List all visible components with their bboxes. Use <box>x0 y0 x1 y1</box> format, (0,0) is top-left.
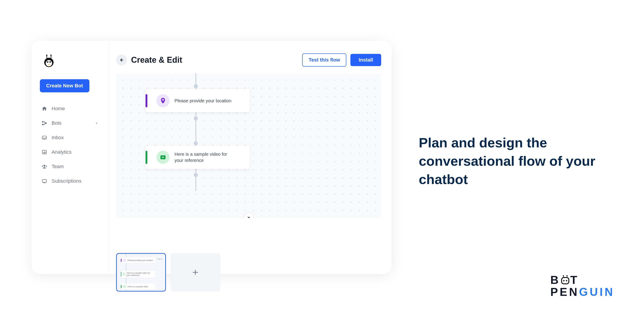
flow-node-location[interactable]: Please provide your location <box>146 89 250 112</box>
svg-rect-14 <box>44 152 45 153</box>
nav-item-analytics[interactable]: Analytics <box>40 145 104 159</box>
thumbnail-menu-icon[interactable]: ⋮ <box>157 256 162 262</box>
svg-point-17 <box>42 166 43 167</box>
flow-connector-dot <box>194 84 198 88</box>
main-panel: Create & Edit Test this flow Install Ple… <box>109 41 392 274</box>
node-label: Please provide your location <box>174 98 231 104</box>
svg-point-16 <box>44 165 45 166</box>
nav-item-team[interactable]: Team <box>40 159 104 174</box>
home-icon <box>41 106 48 112</box>
nav-list: Home Bots ▾ Inbox Analytics <box>40 102 104 188</box>
bots-icon <box>41 120 48 126</box>
location-pin-icon <box>156 94 170 107</box>
svg-rect-10 <box>45 122 47 124</box>
video-play-icon <box>156 151 170 164</box>
node-label: Here is a sample video for your referenc… <box>174 151 234 164</box>
subscriptions-icon <box>41 178 48 184</box>
nav-label: Subscriptions <box>52 178 82 184</box>
brand-line1-a: B <box>550 274 560 286</box>
brand-logo-icon <box>42 54 56 68</box>
nav-item-home[interactable]: Home <box>40 102 104 116</box>
svg-point-3 <box>50 54 52 56</box>
svg-rect-26 <box>562 278 569 284</box>
flow-connector-dot <box>194 173 198 177</box>
nav-item-subscriptions[interactable]: Subscriptions <box>40 174 104 188</box>
flow-thumbnail[interactable]: ⋮ Please provide your location Here is a… <box>116 253 166 292</box>
brand-line2-a: PEN <box>550 286 579 298</box>
test-flow-button[interactable]: Test this flow <box>302 54 346 66</box>
svg-point-5 <box>46 60 52 66</box>
svg-point-25 <box>566 275 568 276</box>
svg-rect-15 <box>45 152 46 153</box>
chevron-down-icon: ▾ <box>96 121 97 125</box>
inbox-icon <box>41 134 48 141</box>
brand-line1-b: T <box>570 274 579 286</box>
svg-point-7 <box>49 61 51 63</box>
sidebar: Create New Bot Home Bots ▾ Inbox <box>32 41 109 274</box>
nav-label: Team <box>52 164 64 170</box>
svg-rect-9 <box>42 124 44 125</box>
flow-connector-dot <box>194 141 198 145</box>
mini-node-label: Please provide your location <box>128 259 153 262</box>
flow-node-video[interactable]: Here is a sample video for your referenc… <box>146 146 250 169</box>
svg-point-20 <box>162 99 164 101</box>
svg-point-18 <box>46 166 47 167</box>
svg-point-2 <box>46 54 48 56</box>
botpenguin-wordmark: B T PENGUIN <box>550 274 614 298</box>
hero-headline: Plan and design the conversational flow … <box>419 134 614 188</box>
create-new-bot-button[interactable]: Create New Bot <box>40 79 90 92</box>
install-button[interactable]: Install <box>350 54 381 66</box>
nav-item-inbox[interactable]: Inbox <box>40 130 104 145</box>
nav-label: Home <box>52 106 65 112</box>
team-icon <box>41 164 48 170</box>
mini-node-label: Here is a sample video <box>128 286 148 288</box>
back-button[interactable] <box>116 54 127 66</box>
nav-label: Bots <box>52 120 62 126</box>
app-card: Create New Bot Home Bots ▾ Inbox <box>32 41 392 274</box>
svg-rect-8 <box>42 121 44 122</box>
svg-point-28 <box>566 280 567 281</box>
node-accent-strip <box>146 151 147 164</box>
flow-canvas[interactable]: Please provide your location Here is a s… <box>116 73 381 218</box>
svg-rect-13 <box>43 152 44 153</box>
node-accent-strip <box>146 94 147 107</box>
topbar: Create & Edit Test this flow Install <box>116 54 381 66</box>
svg-point-27 <box>563 280 564 281</box>
analytics-icon <box>41 149 48 155</box>
flow-connector-dot <box>194 116 198 120</box>
svg-rect-19 <box>42 180 46 182</box>
brand-line2-b: GUIN <box>579 286 614 298</box>
flow-thumbnails-strip: ⋮ Please provide your location Here is a… <box>116 253 220 292</box>
svg-point-6 <box>47 61 48 63</box>
brand-robot-o-icon <box>560 274 570 286</box>
nav-label: Inbox <box>52 135 64 140</box>
mini-node-label: Here is a sample video for your referenc… <box>126 272 154 276</box>
page-title: Create & Edit <box>131 55 182 65</box>
nav-label: Analytics <box>52 149 72 155</box>
nav-item-bots[interactable]: Bots ▾ <box>40 116 104 130</box>
add-flow-thumbnail-button[interactable] <box>170 253 220 292</box>
svg-point-24 <box>563 275 564 276</box>
